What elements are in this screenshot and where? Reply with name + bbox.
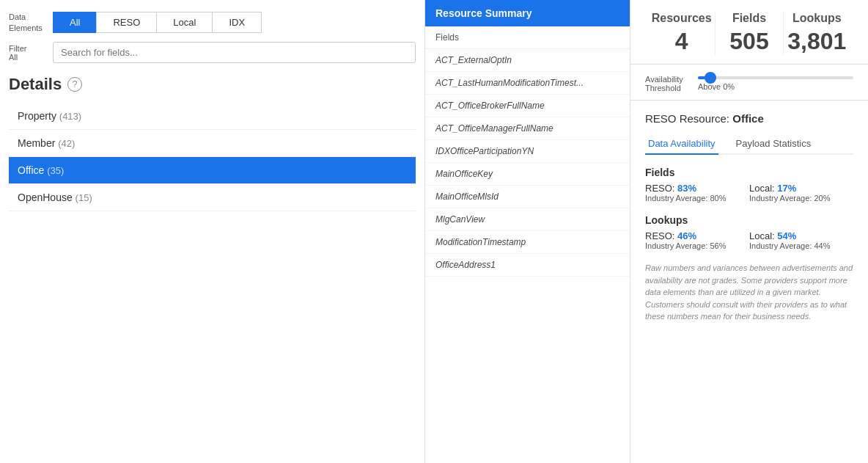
left-panel: DataElements All RESO Local IDX FilterAl… <box>0 0 425 463</box>
fields-local-value: Local: 17% <box>749 183 853 194</box>
tab-all[interactable]: All <box>53 12 96 33</box>
stat-lookups: Lookups 3,801 <box>783 12 850 55</box>
fields-local-label: Local: <box>749 183 777 194</box>
tab-reso[interactable]: RESO <box>96 12 156 33</box>
lookups-section: Lookups RESO: 46% Industry Average: 56% … <box>645 214 853 250</box>
lookups-local-label: Local: <box>749 230 777 241</box>
filter-label: FilterAll <box>9 44 45 62</box>
tab-data-availability[interactable]: Data Availability <box>645 134 718 155</box>
lookups-reso-value: RESO: 46% <box>645 230 749 241</box>
resource-list: Property (413) Member (42) Office (35) O… <box>9 103 416 211</box>
slider-track <box>698 76 853 79</box>
threshold-row: AvailabilityThreshold Above 0% <box>645 75 853 92</box>
lookups-local-pct: 54% <box>777 230 796 241</box>
slider-thumb[interactable] <box>705 72 716 84</box>
middle-panel: Resource Summary Fields ACT_ExternalOptI… <box>425 0 630 463</box>
resource-count-member: (42) <box>58 138 75 149</box>
resource-item-openhouse[interactable]: OpenHouse (15) <box>9 184 416 211</box>
filter-section: FilterAll <box>9 42 416 63</box>
resource-name-office: Office <box>18 164 44 176</box>
list-item[interactable]: MlgCanView <box>425 208 630 231</box>
resource-title-prefix: RESO Resource: <box>645 112 732 125</box>
tab-local[interactable]: Local <box>156 12 212 33</box>
list-item[interactable]: ACT_OfficeBrokerFullName <box>425 95 630 117</box>
slider-container[interactable]: Above 0% <box>698 76 853 91</box>
data-elements-section: DataElements All RESO Local IDX <box>9 12 416 33</box>
lookups-reso-avg: Industry Average: 56% <box>645 241 749 250</box>
main-layout: DataElements All RESO Local IDX FilterAl… <box>0 0 868 463</box>
resource-title-name: Office <box>732 112 764 125</box>
details-heading: Details ? <box>9 75 416 94</box>
stat-fields-value: 505 <box>716 28 782 55</box>
fields-reso-value: RESO: 83% <box>645 183 749 194</box>
list-item[interactable]: ACT_LastHumanModificationTimest... <box>425 72 630 95</box>
search-input[interactable] <box>53 42 416 63</box>
fields-section-title: Fields <box>645 167 853 178</box>
resource-count-office: (35) <box>47 165 64 176</box>
lookups-local-value: Local: 54% <box>749 230 853 241</box>
list-item[interactable]: MainOfficeMlsId <box>425 186 630 208</box>
list-item[interactable]: ModificationTimestamp <box>425 231 630 254</box>
stat-resources-value: 4 <box>648 28 715 55</box>
fields-local-avg: Industry Average: 20% <box>749 194 853 203</box>
list-item[interactable]: IDXOfficeParticipationYN <box>425 140 630 163</box>
tab-idx[interactable]: IDX <box>212 12 262 33</box>
threshold-label: AvailabilityThreshold <box>645 75 689 92</box>
fields-detail-grid: RESO: 83% Industry Average: 80% Local: 1… <box>645 183 853 203</box>
resource-summary-header: Resource Summary <box>425 0 630 26</box>
resource-count-openhouse: (15) <box>76 192 92 203</box>
stat-fields-label: Fields <box>716 12 782 25</box>
resource-item-member[interactable]: Member (42) <box>9 130 416 157</box>
resource-detail: RESO Resource: Office Data Availability … <box>630 101 868 335</box>
resource-name-member: Member <box>18 137 55 149</box>
fields-reso-pct: 83% <box>677 183 696 194</box>
fields-section: Fields RESO: 83% Industry Average: 80% L… <box>645 167 853 203</box>
fields-list: ACT_ExternalOptIn ACT_LastHumanModificat… <box>425 49 630 463</box>
resource-count-property: (413) <box>59 111 81 122</box>
data-elements-label: DataElements <box>9 12 45 33</box>
stats-bar: Resources 4 Fields 505 Lookups 3,801 <box>630 0 868 65</box>
disclaimer-text: Raw numbers and variances between advert… <box>645 262 853 323</box>
lookups-reso-stat: RESO: 46% Industry Average: 56% <box>645 230 749 250</box>
fields-reso-avg: Industry Average: 80% <box>645 194 749 203</box>
resource-item-property[interactable]: Property (413) <box>9 103 416 130</box>
lookups-section-title: Lookups <box>645 214 853 226</box>
fields-label-middle: Fields <box>425 26 630 49</box>
threshold-section: AvailabilityThreshold Above 0% <box>630 65 868 101</box>
resource-item-office[interactable]: Office (35) <box>9 157 416 184</box>
fields-local-stat: Local: 17% Industry Average: 20% <box>749 183 853 203</box>
fields-reso-stat: RESO: 83% Industry Average: 80% <box>645 183 749 203</box>
list-item[interactable]: ACT_ExternalOptIn <box>425 49 630 72</box>
fields-reso-label: RESO: <box>645 183 677 194</box>
stat-resources-label: Resources <box>648 12 715 25</box>
list-item[interactable]: ACT_OfficeManagerFullName <box>425 117 630 140</box>
stat-lookups-value: 3,801 <box>784 28 850 55</box>
tab-group: All RESO Local IDX <box>53 12 262 33</box>
resource-title: RESO Resource: Office <box>645 112 853 125</box>
stat-resources: Resources 4 <box>648 12 715 55</box>
stat-lookups-label: Lookups <box>784 12 850 25</box>
resource-name-openhouse: OpenHouse <box>18 192 73 203</box>
lookups-reso-label: RESO: <box>645 230 677 241</box>
right-panel: Resources 4 Fields 505 Lookups 3,801 Ava… <box>630 0 868 463</box>
threshold-value: Above 0% <box>698 82 853 91</box>
lookups-local-stat: Local: 54% Industry Average: 44% <box>749 230 853 250</box>
lookups-local-avg: Industry Average: 44% <box>749 241 853 250</box>
detail-tabs: Data Availability Payload Statistics <box>645 134 853 155</box>
tab-payload-statistics[interactable]: Payload Statistics <box>733 134 814 153</box>
lookups-detail-grid: RESO: 46% Industry Average: 56% Local: 5… <box>645 230 853 250</box>
resource-name-property: Property <box>18 110 56 122</box>
fields-local-pct: 17% <box>777 183 796 194</box>
help-icon[interactable]: ? <box>67 77 82 92</box>
lookups-reso-pct: 46% <box>677 230 696 241</box>
list-item[interactable]: MainOfficeKey <box>425 163 630 186</box>
list-item[interactable]: OfficeAddress1 <box>425 254 630 277</box>
stat-fields: Fields 505 <box>715 12 782 55</box>
details-title: Details <box>9 75 62 94</box>
